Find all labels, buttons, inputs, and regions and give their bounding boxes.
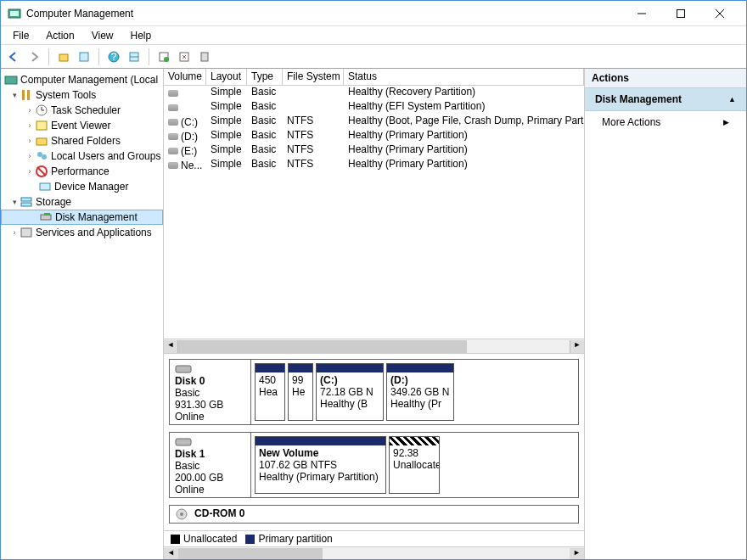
middle-pane: Volume Layout Type File System Status Si… bbox=[164, 69, 585, 560]
tree-system-tools[interactable]: ▾System Tools bbox=[1, 87, 163, 103]
svg-point-37 bbox=[180, 512, 183, 516]
diskmap-hscroll[interactable]: ◄► bbox=[164, 546, 584, 560]
svg-line-27 bbox=[37, 167, 46, 176]
close-button[interactable] bbox=[700, 2, 739, 25]
partition[interactable]: New Volume107.62 GB NTFSHealthy (Primary… bbox=[255, 436, 386, 494]
collapse-icon: ▲ bbox=[728, 95, 736, 104]
settings-button[interactable] bbox=[175, 48, 194, 66]
legend-primary-swatch bbox=[245, 535, 255, 544]
legend: Unallocated Primary partition bbox=[164, 530, 584, 546]
tree-pane: Computer Management (Local ▾System Tools… bbox=[1, 69, 164, 560]
chevron-right-icon: ▶ bbox=[723, 118, 729, 126]
maximize-button[interactable] bbox=[661, 2, 700, 25]
cd-rom-info: CD-ROM 0 bbox=[170, 506, 251, 523]
svg-point-24 bbox=[37, 152, 42, 157]
refresh-button[interactable] bbox=[154, 48, 173, 66]
volume-row[interactable]: SimpleBasicHealthy (Recovery Partition) bbox=[164, 86, 584, 100]
svg-rect-23 bbox=[37, 138, 47, 145]
actions-pane: Actions Disk Management▲ More Actions▶ bbox=[585, 69, 746, 560]
disk-0-info: Disk 0 Basic 931.30 GB Online bbox=[170, 360, 251, 424]
menu-help[interactable]: Help bbox=[122, 28, 160, 43]
disk-icon bbox=[168, 148, 178, 154]
disk-icon bbox=[168, 104, 178, 111]
volume-table: SimpleBasicHealthy (Recovery Partition)S… bbox=[164, 86, 584, 172]
tree-shared-folders[interactable]: ›Shared Folders bbox=[1, 133, 163, 148]
legend-unallocated-label: Unallocated bbox=[183, 533, 237, 545]
svg-rect-30 bbox=[21, 203, 31, 206]
action-button[interactable] bbox=[195, 48, 214, 66]
window-title: Computer Management bbox=[26, 8, 622, 20]
svg-rect-32 bbox=[44, 213, 50, 216]
svg-text:?: ? bbox=[111, 51, 117, 63]
svg-rect-6 bbox=[59, 54, 68, 61]
legend-unallocated-swatch bbox=[171, 535, 180, 544]
help-button[interactable]: ? bbox=[104, 48, 123, 66]
disk-icon bbox=[168, 90, 178, 97]
actions-header: Actions bbox=[585, 69, 746, 88]
actions-more[interactable]: More Actions▶ bbox=[585, 111, 746, 133]
menu-view[interactable]: View bbox=[83, 28, 122, 43]
disk-icon bbox=[168, 119, 178, 126]
svg-rect-17 bbox=[22, 90, 25, 100]
tree-services[interactable]: ›Services and Applications bbox=[1, 225, 163, 240]
tree-event-viewer[interactable]: ›Event Viewer bbox=[1, 118, 163, 133]
disk-1-partitions: New Volume107.62 GB NTFSHealthy (Primary… bbox=[251, 433, 578, 497]
disk-0-partitions: 450Hea99He(C:)72.18 GB NHealthy (B(D:)34… bbox=[251, 360, 578, 424]
disk-1-info: Disk 1 Basic 200.00 GB Online bbox=[170, 433, 251, 497]
tree-task-scheduler[interactable]: ›Task Scheduler bbox=[1, 103, 163, 118]
disk-map: Disk 0 Basic 931.30 GB Online 450Hea99He… bbox=[164, 353, 584, 530]
view-list-button[interactable] bbox=[125, 48, 143, 66]
tree-storage[interactable]: ▾Storage bbox=[1, 194, 163, 210]
volume-row[interactable]: (E:)SimpleBasicNTFSHealthy (Primary Part… bbox=[164, 143, 584, 158]
svg-point-13 bbox=[164, 57, 169, 62]
col-type[interactable]: Type bbox=[247, 69, 283, 85]
actions-disk-management[interactable]: Disk Management▲ bbox=[585, 88, 746, 111]
tree-local-users[interactable]: ›Local Users and Groups bbox=[1, 148, 163, 164]
volume-row[interactable]: SimpleBasicHealthy (EFI System Partition… bbox=[164, 100, 584, 115]
col-status[interactable]: Status bbox=[344, 69, 584, 85]
legend-primary-label: Primary partition bbox=[258, 533, 332, 545]
svg-rect-33 bbox=[21, 228, 31, 237]
tree-performance[interactable]: ›Performance bbox=[1, 164, 163, 179]
cd-rom-0[interactable]: CD-ROM 0 bbox=[169, 505, 579, 524]
svg-rect-18 bbox=[27, 90, 30, 100]
partition[interactable]: 99He bbox=[288, 363, 313, 421]
volume-row[interactable]: (C:)SimpleBasicNTFSHealthy (Boot, Page F… bbox=[164, 115, 584, 129]
svg-rect-7 bbox=[80, 53, 88, 61]
volume-row[interactable]: (D:)SimpleBasicNTFSHealthy (Primary Part… bbox=[164, 129, 584, 143]
partition[interactable]: (C:)72.18 GB NHealthy (B bbox=[316, 363, 384, 421]
partition[interactable]: (D:)349.26 GB NHealthy (Pr bbox=[386, 363, 454, 421]
col-layout[interactable]: Layout bbox=[206, 69, 247, 85]
minimize-button[interactable] bbox=[622, 2, 661, 25]
properties-button[interactable] bbox=[75, 48, 93, 66]
svg-point-25 bbox=[42, 154, 47, 160]
disk-icon bbox=[168, 162, 178, 169]
back-button[interactable] bbox=[4, 48, 23, 66]
volume-row[interactable]: Ne...SimpleBasicNTFSHealthy (Primary Par… bbox=[164, 158, 584, 172]
volume-hscroll[interactable]: ◄► bbox=[164, 339, 584, 353]
tree-device-manager[interactable]: Device Manager bbox=[1, 179, 163, 194]
tree-root[interactable]: Computer Management (Local bbox=[1, 72, 163, 87]
menu-action[interactable]: Action bbox=[37, 28, 82, 43]
up-button[interactable] bbox=[54, 48, 73, 66]
svg-rect-3 bbox=[677, 9, 685, 17]
disk-1[interactable]: Disk 1 Basic 200.00 GB Online New Volume… bbox=[169, 432, 579, 498]
svg-rect-29 bbox=[21, 198, 31, 201]
titlebar: Computer Management bbox=[1, 1, 746, 26]
app-icon bbox=[8, 7, 21, 20]
col-volume[interactable]: Volume bbox=[164, 69, 206, 85]
disk-0[interactable]: Disk 0 Basic 931.30 GB Online 450Hea99He… bbox=[169, 359, 579, 425]
disk-icon bbox=[168, 133, 178, 140]
forward-button[interactable] bbox=[25, 48, 43, 66]
volume-table-header: Volume Layout Type File System Status bbox=[164, 69, 584, 86]
partition[interactable]: 450Hea bbox=[255, 363, 285, 421]
col-filesystem[interactable]: File System bbox=[283, 69, 344, 85]
tree-disk-management[interactable]: Disk Management bbox=[1, 210, 163, 225]
menu-file[interactable]: File bbox=[4, 28, 37, 43]
partition[interactable]: 92.38Unallocated bbox=[389, 436, 440, 494]
svg-rect-16 bbox=[5, 76, 17, 84]
svg-rect-35 bbox=[176, 439, 191, 445]
svg-rect-34 bbox=[176, 366, 191, 372]
svg-rect-15 bbox=[201, 53, 208, 61]
svg-rect-1 bbox=[10, 11, 19, 16]
